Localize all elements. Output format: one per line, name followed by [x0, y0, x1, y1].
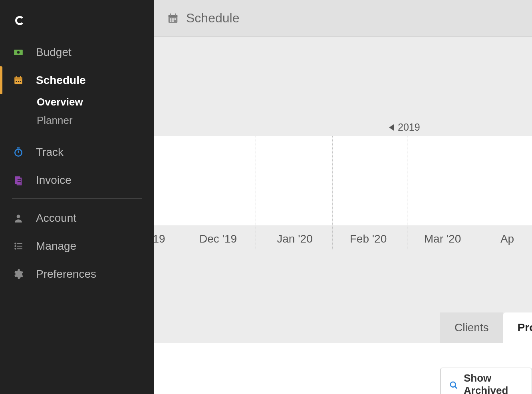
- sidebar-item-label: Invoice: [36, 174, 71, 187]
- svg-point-30: [451, 382, 456, 387]
- sidebar-item-schedule[interactable]: Schedule: [0, 66, 154, 94]
- calendar-icon: [167, 12, 179, 24]
- timeline[interactable]: 2019 19Dec '19Jan '20Feb '20Mar '20Ap: [154, 37, 532, 251]
- sidebar-item-label: Manage: [36, 240, 76, 253]
- svg-rect-6: [16, 81, 17, 82]
- year-marker[interactable]: 2019: [389, 121, 420, 133]
- svg-rect-24: [175, 13, 176, 16]
- svg-rect-4: [16, 76, 17, 78]
- sidebar-item-label: Budget: [36, 46, 71, 59]
- svg-point-17: [14, 245, 16, 247]
- svg-rect-29: [172, 20, 174, 22]
- money-icon: [13, 47, 24, 58]
- svg-rect-23: [170, 13, 171, 16]
- svg-rect-28: [170, 20, 172, 22]
- svg-rect-27: [175, 18, 176, 20]
- page-title: Schedule: [186, 11, 239, 26]
- svg-point-19: [14, 248, 16, 249]
- sidebar-item-label: Schedule: [36, 74, 85, 87]
- month-label: 19: [154, 233, 165, 245]
- svg-rect-3: [14, 77, 22, 79]
- sidebar-item-label: Track: [36, 146, 64, 159]
- content-tabs: Clients Projects Vacations: [440, 312, 532, 343]
- svg-rect-25: [170, 18, 172, 20]
- gear-icon: [13, 269, 24, 280]
- svg-rect-7: [18, 81, 19, 82]
- search-icon: [449, 380, 458, 389]
- svg-rect-26: [172, 18, 174, 20]
- sidebar-item-preferences[interactable]: Preferences: [0, 260, 154, 288]
- sidebar-item-label: Preferences: [36, 268, 96, 281]
- list-icon: [13, 241, 24, 252]
- svg-rect-8: [20, 81, 21, 82]
- month-label: Dec '19: [199, 233, 237, 245]
- sidebar-item-manage[interactable]: Manage: [0, 232, 154, 260]
- sidebar-item-budget[interactable]: Budget: [0, 38, 154, 66]
- svg-rect-22: [169, 15, 178, 17]
- sidebar-subitem-planner[interactable]: Planner: [37, 111, 154, 129]
- show-archived-label: Show Archived: [464, 372, 523, 394]
- svg-rect-20: [17, 248, 22, 249]
- svg-rect-18: [17, 246, 22, 247]
- tab-projects[interactable]: Projects: [503, 312, 532, 343]
- schedule-submenu: Overview Planner: [0, 93, 154, 129]
- svg-rect-16: [17, 243, 22, 244]
- month-axis: 19Dec '19Jan '20Feb '20Mar '20Ap: [154, 229, 532, 253]
- app-logo[interactable]: [14, 14, 26, 27]
- year-label: 2019: [398, 121, 420, 133]
- page-header: Schedule: [154, 0, 532, 37]
- month-label: Mar '20: [424, 233, 461, 245]
- tab-clients[interactable]: Clients: [440, 312, 503, 343]
- month-label: Ap: [500, 233, 514, 245]
- svg-point-1: [17, 51, 20, 54]
- show-archived-button[interactable]: Show Archived: [440, 368, 532, 394]
- month-label: Jan '20: [277, 233, 312, 245]
- sidebar-subitem-overview[interactable]: Overview: [37, 93, 154, 111]
- invoice-icon: [13, 175, 24, 186]
- sidebar-item-track[interactable]: Track: [0, 138, 154, 166]
- stopwatch-icon: [13, 147, 24, 158]
- sidebar-item-account[interactable]: Account: [0, 204, 154, 232]
- month-label: Feb '20: [350, 233, 387, 245]
- svg-rect-13: [18, 181, 21, 182]
- user-icon: [13, 213, 24, 224]
- sidebar-item-invoice[interactable]: Invoice: [0, 166, 154, 194]
- svg-rect-5: [20, 76, 21, 78]
- svg-point-15: [14, 243, 16, 244]
- calendar-icon: [13, 75, 24, 86]
- svg-rect-12: [18, 179, 21, 180]
- sidebar-divider: [12, 198, 142, 199]
- triangle-left-icon: [389, 124, 394, 131]
- main-content: Schedule 2019 19Dec '19Jan '20Feb '20Mar…: [154, 0, 532, 394]
- svg-point-14: [17, 215, 20, 218]
- sidebar: Budget Schedule Overview Planner Track I…: [0, 0, 154, 394]
- sidebar-item-label: Account: [36, 212, 76, 225]
